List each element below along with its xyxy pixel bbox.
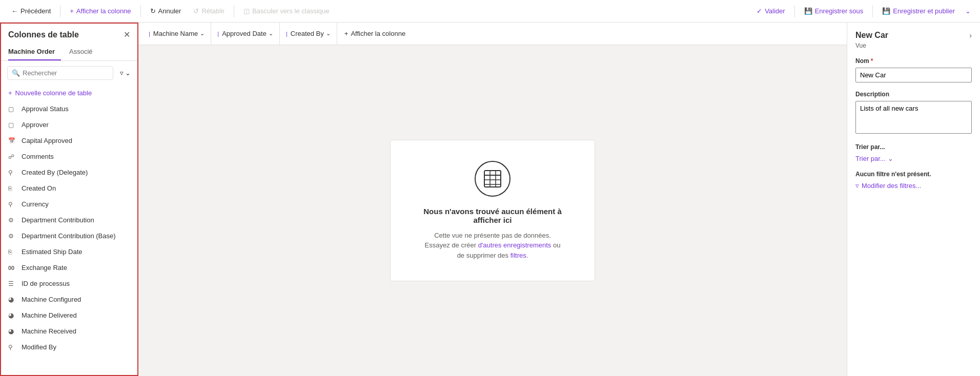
search-input[interactable] (23, 69, 109, 77)
expand-panel-button[interactable]: › (969, 31, 972, 39)
toggle-icon: ◕ (8, 311, 17, 319)
filter-button[interactable]: ▿ ⌄ (116, 67, 134, 79)
filter-link[interactable]: ▿ Modifier des filtres... (855, 182, 972, 190)
list-item[interactable]: ⚙ Department Contribution (1, 212, 137, 228)
desc-textarea[interactable]: Lists of all new cars (855, 101, 972, 134)
filter-link-label: Modifier des filtres... (862, 182, 921, 190)
col-label: Created By (Delegate) (22, 169, 130, 176)
calc-icon: ⚙ (8, 233, 17, 240)
cancel-icon: ↻ (150, 7, 156, 15)
col-header-created-by[interactable]: | Created By ⌄ (280, 23, 337, 45)
save-icon: 💾 (804, 7, 812, 15)
list-item[interactable]: 📅 Capital Approved (1, 133, 137, 149)
save-label: Enregistrer sous (815, 7, 864, 15)
empty-state: Nous n'avons trouvé aucun élément à affi… (138, 45, 847, 376)
col-header-label: Created By (291, 30, 324, 37)
name-field-label: Nom * (855, 57, 972, 65)
sort-dropdown[interactable]: Trier par... ⌄ (855, 155, 972, 162)
col-accent: | (286, 31, 288, 37)
comments-icon: ☍ (8, 153, 17, 160)
list-item[interactable]: 00 Exchange Rate (1, 260, 137, 276)
separator-1 (60, 5, 60, 17)
right-panel: New Car › Vue Nom * Description Lists of… (847, 23, 980, 376)
list-item[interactable]: ◕ Machine Configured (1, 291, 137, 307)
separator-2 (140, 5, 141, 17)
col-label: Estimated Ship Date (22, 248, 130, 256)
list-item[interactable]: ◕ Machine Received (1, 323, 137, 339)
col-header-approved-date[interactable]: | Approved Date ⌄ (211, 23, 280, 45)
toolbar-left: ← Précédent + Afficher la colonne ↻ Annu… (6, 5, 334, 17)
col-header-label: Approved Date (222, 30, 267, 37)
name-required: * (871, 57, 873, 65)
list-item[interactable]: ⎘ Estimated Ship Date (1, 244, 137, 260)
toggle-icon: ◕ (8, 327, 17, 335)
restore-label: Rétablir (201, 7, 224, 15)
col-header-machine-name[interactable]: | Machine Name ⌄ (142, 23, 211, 45)
col-label: Department Contribution (Base) (22, 232, 130, 240)
name-input[interactable] (855, 68, 972, 82)
col-label: Machine Configured (22, 296, 130, 303)
classic-button[interactable]: ◫ Basculer vers le classique (238, 5, 334, 17)
empty-desc-part3: . (526, 252, 528, 259)
plus-icon: + (70, 7, 74, 15)
classic-label: Basculer vers le classique (252, 7, 329, 15)
cancel-button[interactable]: ↻ Annuler (145, 5, 187, 17)
empty-card: Nous n'avons trouvé aucun élément à affi… (390, 140, 595, 282)
col-label: Department Contribution (22, 216, 130, 224)
filter-link-icon: ▿ (855, 182, 859, 190)
right-panel-title: New Car (855, 31, 888, 40)
list-item[interactable]: ⚲ Currency (1, 196, 137, 212)
validate-label: Valider (765, 7, 785, 15)
back-button[interactable]: ← Précédent (6, 5, 56, 17)
list-item[interactable]: ▢ Approver (1, 117, 137, 133)
center-content: | Machine Name ⌄ | Approved Date ⌄ | Cre… (138, 23, 847, 376)
add-col-view-label: Afficher la colonne (351, 30, 405, 37)
save-button[interactable]: 💾 Enregistrer sous (799, 5, 869, 17)
col-label: Machine Received (22, 327, 130, 335)
filter-title: Aucun filtre n'est présent. (855, 171, 972, 178)
currency-icon: 📅 (8, 137, 17, 144)
cancel-label: Annuler (158, 7, 181, 15)
col-accent: | (217, 31, 219, 37)
list-item[interactable]: ☍ Comments (1, 149, 137, 164)
col-label: Machine Delivered (22, 311, 130, 319)
list-item[interactable]: ⚲ Created By (Delegate) ⋯ (1, 164, 137, 180)
desc-field-group: Description Lists of all new cars (855, 91, 972, 135)
sort-chevron-icon: ⌄ (326, 30, 331, 37)
list-item[interactable]: ⚲ Modified By (1, 339, 137, 355)
col-label: Currency (22, 200, 130, 208)
empty-link-1[interactable]: d'autres enregistrements (478, 241, 552, 249)
separator-4 (794, 5, 795, 17)
publish-button[interactable]: 💾 Enregistrer et publier (877, 5, 960, 17)
col-label: Modified By (22, 343, 130, 351)
list-item[interactable]: ⚙ Department Contribution (Base) (1, 228, 137, 244)
list-item[interactable]: ☰ ID de processus (1, 276, 137, 291)
filter-section: Aucun filtre n'est présent. ▿ Modifier d… (855, 171, 972, 190)
publish-dropdown[interactable]: ⌄ (962, 5, 974, 17)
tab-machine-order[interactable]: Machine Order (8, 44, 61, 60)
tab-associe[interactable]: Associé (69, 44, 99, 60)
list-item[interactable]: ◕ Machine Delivered (1, 307, 137, 323)
col-header-label: Machine Name (153, 30, 198, 37)
restore-button[interactable]: ↺ Rétablir (188, 5, 230, 17)
col-label: Approver (22, 121, 130, 129)
add-column-view-button[interactable]: + Afficher la colonne (337, 23, 413, 45)
date-icon: ⎘ (8, 248, 17, 256)
empty-link-2[interactable]: filtres (511, 252, 526, 259)
plus-icon-view: + (344, 30, 349, 37)
add-column-label: Nouvelle colonne de table (15, 89, 92, 97)
separator-3 (234, 5, 234, 17)
sort-chevron-icon: ⌄ (888, 155, 893, 162)
empty-title: Nous n'avons trouvé aucun élément à affi… (421, 207, 564, 224)
add-column-button[interactable]: + Nouvelle colonne de table (1, 85, 137, 101)
name-label-text: Nom (855, 57, 869, 65)
lookup-icon: ⚲ (8, 344, 17, 351)
number-icon: 00 (8, 265, 17, 271)
list-item[interactable]: ⎘ Created On (1, 180, 137, 196)
toggle-icon: ◕ (8, 296, 17, 303)
left-panel: Colonnes de table ✕ Machine Order Associ… (0, 23, 138, 376)
add-column-toolbar-button[interactable]: + Afficher la colonne (65, 5, 136, 17)
list-item[interactable]: ▢ Approval Status (1, 101, 137, 117)
validate-button[interactable]: ✓ Valider (751, 5, 790, 17)
close-panel-button[interactable]: ✕ (124, 30, 130, 39)
